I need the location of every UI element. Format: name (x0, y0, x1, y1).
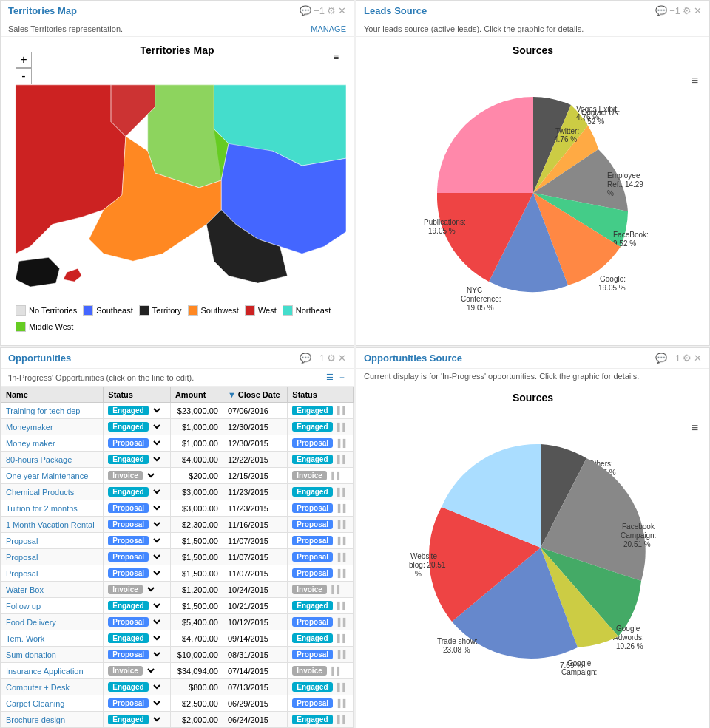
comment-icon[interactable]: 💬 (300, 5, 311, 16)
table-row[interactable]: Proposal Proposal $1,500.00 11/07/2015 P… (1, 533, 354, 549)
status-select[interactable] (151, 535, 163, 546)
leads-close-icon[interactable]: ✕ (694, 5, 702, 16)
minus-icon[interactable]: −1 (314, 5, 325, 16)
status-select[interactable] (151, 551, 163, 562)
row-status[interactable]: Proposal (104, 695, 171, 712)
table-row[interactable]: Carpet Cleaning Proposal $2,500.00 06/29… (1, 695, 354, 712)
row-status[interactable]: Engaged (104, 452, 171, 468)
row-status[interactable]: Proposal (104, 647, 171, 663)
row-close-date: 07/13/2015 (223, 679, 287, 695)
table-row[interactable]: Brochure design Engaged $2,000.00 06/24/… (1, 712, 354, 728)
row-status[interactable]: Proposal (104, 549, 171, 565)
row-badge: Engaged ▐▐ (288, 484, 354, 500)
col-amount[interactable]: Amount (170, 387, 223, 403)
col-status-badge[interactable]: Status (288, 387, 354, 403)
row-status[interactable]: Proposal (104, 435, 171, 452)
list-view-icon[interactable]: ☰ (326, 372, 334, 382)
status-select[interactable] (145, 665, 157, 676)
status-select[interactable] (151, 600, 163, 611)
table-row[interactable]: Chemical Products Engaged $3,000.00 11/2… (1, 484, 354, 500)
row-status[interactable]: Proposal (104, 614, 171, 630)
table-row[interactable]: 1 Month Vacation Rental Proposal $2,300.… (1, 517, 354, 533)
row-status[interactable]: Invoice (104, 663, 171, 679)
settings-icon[interactable]: ⚙ (327, 5, 336, 16)
manage-link[interactable]: MANAGE (311, 24, 346, 33)
table-row[interactable]: One year Maintenance Invoice $200.00 12/… (1, 468, 354, 484)
opp-minus-icon[interactable]: −1 (314, 353, 325, 364)
row-status[interactable]: Engaged (104, 712, 171, 728)
row-badge: Proposal ▐▐ (288, 517, 354, 533)
legend-color-no-territories (16, 305, 26, 316)
us-map-svg[interactable] (8, 62, 346, 299)
status-select[interactable] (151, 519, 163, 530)
table-row[interactable]: Tuition for 2 months Proposal $3,000.00 … (1, 500, 354, 517)
row-progress-bar: ▐▐ (335, 715, 345, 724)
row-progress-bar: ▐▐ (335, 439, 345, 447)
status-select[interactable] (151, 486, 163, 497)
opp-source-close-icon[interactable]: ✕ (694, 353, 702, 364)
row-status[interactable]: Proposal (104, 565, 171, 582)
status-select[interactable] (151, 681, 163, 693)
table-row[interactable]: Proposal Proposal $1,500.00 11/07/2015 P… (1, 549, 354, 565)
opp-settings-icon[interactable]: ⚙ (327, 353, 336, 364)
row-status[interactable]: Engaged (104, 630, 171, 647)
status-select[interactable] (151, 454, 163, 465)
row-status[interactable]: Invoice (104, 468, 171, 484)
opp-source-minus-icon[interactable]: −1 (669, 353, 680, 364)
row-progress-bar: ▐▐ (335, 634, 345, 642)
table-row[interactable]: Proposal Proposal $1,500.00 11/07/2015 P… (1, 565, 354, 582)
map-menu-icon[interactable]: ≡ (334, 52, 339, 62)
status-select[interactable] (151, 503, 163, 514)
row-status[interactable]: Engaged (104, 484, 171, 500)
table-row[interactable]: Training for tech dep Engaged $23,000.00… (1, 403, 354, 419)
status-select[interactable] (151, 633, 163, 644)
row-status[interactable]: Proposal (104, 500, 171, 517)
leads-chart-menu[interactable]: ≡ (692, 74, 698, 87)
row-status[interactable]: Proposal (104, 517, 171, 533)
col-name[interactable]: Name (1, 387, 104, 403)
opp-close-icon[interactable]: ✕ (338, 353, 346, 364)
opp-source-icons: 💬 −1 ⚙ ✕ (655, 353, 702, 364)
leads-minus-icon[interactable]: −1 (669, 5, 680, 16)
leads-chart-container[interactable]: Sources ≡ Contact Us: 9.52 % Vegas Exibi… (356, 37, 709, 326)
row-status[interactable]: Engaged (104, 679, 171, 695)
row-badge: Proposal ▐▐ (288, 533, 354, 549)
opp-source-chart-container[interactable]: Sources ≡ Others: 17.95 % Facebook Campa… (356, 384, 709, 688)
table-row[interactable]: Follow up Engaged $1,500.00 10/21/2015 E… (1, 598, 354, 614)
close-icon[interactable]: ✕ (338, 5, 346, 16)
opp-source-settings-icon[interactable]: ⚙ (683, 353, 692, 364)
row-status[interactable]: Proposal (104, 533, 171, 549)
col-status[interactable]: Status (104, 387, 171, 403)
status-select[interactable] (151, 438, 163, 449)
table-row[interactable]: Tem. Work Engaged $4,700.00 09/14/2015 E… (1, 630, 354, 647)
row-status[interactable]: Engaged (104, 598, 171, 614)
opp-source-comment-icon[interactable]: 💬 (655, 353, 667, 364)
table-row[interactable]: Money maker Proposal $1,000.00 12/30/201… (1, 435, 354, 452)
table-row[interactable]: Water Box Invoice $1,200.00 10/24/2015 I… (1, 582, 354, 598)
table-row[interactable]: Moneymaker Engaged $1,000.00 12/30/2015 … (1, 419, 354, 435)
leads-comment-icon[interactable]: 💬 (655, 5, 667, 16)
table-row[interactable]: Insurance Application Invoice $34,094.00… (1, 663, 354, 679)
status-select[interactable] (151, 714, 163, 725)
status-select[interactable] (151, 405, 163, 416)
table-row[interactable]: 80-hours Package Engaged $4,000.00 12/22… (1, 452, 354, 468)
leads-settings-icon[interactable]: ⚙ (683, 5, 692, 16)
status-select[interactable] (151, 649, 163, 660)
row-close-date: 11/07/2015 (223, 549, 287, 565)
row-status[interactable]: Invoice (104, 582, 171, 598)
status-select[interactable] (151, 421, 163, 432)
row-status[interactable]: Engaged (104, 403, 171, 419)
table-row[interactable]: Food Delivery Proposal $5,400.00 10/12/2… (1, 614, 354, 630)
col-close-date[interactable]: ▼ Close Date (223, 387, 287, 403)
status-select[interactable] (151, 616, 163, 627)
status-select[interactable] (145, 584, 157, 595)
opp-source-chart-menu[interactable]: ≡ (692, 421, 698, 435)
status-select[interactable] (145, 470, 157, 481)
row-status[interactable]: Engaged (104, 419, 171, 435)
table-row[interactable]: Sum donation Proposal $10,000.00 08/31/2… (1, 647, 354, 663)
add-opportunity-icon[interactable]: ＋ (338, 372, 346, 383)
opp-comment-icon[interactable]: 💬 (300, 353, 311, 364)
status-select[interactable] (151, 698, 163, 709)
table-row[interactable]: Computer + Desk Engaged $800.00 07/13/20… (1, 679, 354, 695)
status-select[interactable] (151, 568, 163, 579)
